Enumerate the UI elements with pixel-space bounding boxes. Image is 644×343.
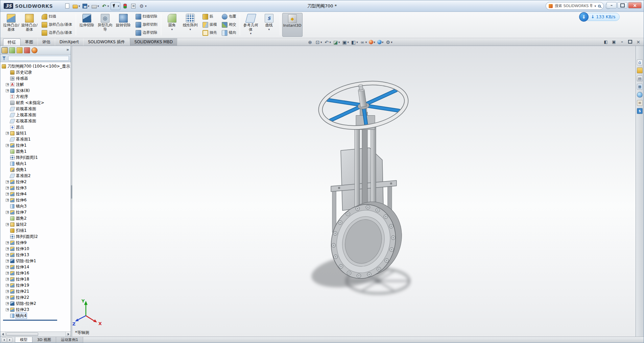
help-search-box[interactable]: 搜索 SOLIDWORKS 帮助 [546,2,604,10]
tree-item[interactable]: 扫描1 [2,227,71,234]
ribbon-button[interactable]: 筋 [201,13,218,21]
previous-view-button[interactable] [324,39,332,46]
custom-properties-icon[interactable] [637,100,643,106]
tree-item[interactable]: 旋转2 [2,221,71,227]
save-button[interactable] [82,2,90,10]
document-minimize-button[interactable] [619,39,625,45]
options-button[interactable] [138,2,147,10]
maximize-button[interactable] [617,2,627,8]
scroll-left-button[interactable] [0,332,5,337]
ribbon-button[interactable]: 参考几何体 [242,13,260,37]
propertymanager-tab[interactable] [9,47,15,53]
expand-toggle-icon[interactable] [6,253,9,256]
expand-toggle-icon[interactable] [6,223,9,226]
displaymanager-tab[interactable] [31,47,38,53]
tree-item[interactable]: 拉伸18 [2,276,71,282]
filter-funnel-icon[interactable] [2,56,6,60]
hide-show-items-button[interactable] [359,39,368,46]
expand-toggle-icon[interactable] [6,302,9,305]
tree-item[interactable]: 圆角2 [2,215,71,221]
rollback-bar[interactable] [3,320,57,321]
scrollbar-track[interactable] [5,332,66,337]
new-button[interactable] [64,2,71,10]
ribbon-button[interactable]: 圆角 [163,13,181,37]
expand-toggle-icon[interactable] [6,199,9,202]
tree-item[interactable]: 阵列(圆周)2 [2,234,71,240]
tree-item[interactable]: 镜向4 [2,313,71,319]
tree-item[interactable]: 拉伸1 [2,142,71,148]
ribbon-button[interactable]: 放样凸台/基体 [40,21,74,29]
minimize-button[interactable] [606,2,617,8]
ribbon-button[interactable]: 相交 [220,21,238,29]
tree-item[interactable]: 拉伸13 [2,252,71,258]
expand-toggle-icon[interactable] [6,272,9,275]
tree-item[interactable]: 阵列(圆周)1 [2,154,71,161]
ribbon-button[interactable]: 镜向 [220,29,238,37]
expand-toggle-icon[interactable] [6,193,9,196]
filter-input[interactable] [8,56,69,61]
ribbon-button[interactable]: 包覆 [220,13,238,21]
expand-toggle-icon[interactable] [6,211,9,214]
document-tab[interactable]: 运动算例1 [56,337,83,343]
edit-appearance-button[interactable] [368,39,376,46]
solidworks-resources-icon[interactable] [637,59,643,65]
valve-model[interactable] [317,78,410,286]
solidworks-forum-icon[interactable] [637,108,643,114]
cloud-download-icon[interactable] [579,12,589,22]
commandmanager-tab[interactable]: 评估 [38,38,55,46]
display-style-button[interactable] [350,39,359,46]
instant3d-toggle-button[interactable]: Instant3D [282,13,303,37]
ribbon-button[interactable]: 拔模 [201,21,218,29]
commandmanager-tab[interactable]: 特征 [3,39,21,46]
tree-item[interactable]: 注解 [2,81,71,88]
tree-item[interactable]: 材质 <未指定> [2,100,71,106]
tree-item[interactable]: 拉伸21 [2,288,71,294]
tree-root-item[interactable]: 刀型闸阀700 (100<<100>_显示 [2,63,71,69]
zoom-fit-button[interactable] [306,39,314,46]
ribbon-button[interactable]: 放样切割 [134,21,159,29]
ribbon-button[interactable]: 旋转切除 [115,13,132,37]
tree-item[interactable]: 右视基准面 [2,118,71,124]
tree-item[interactable]: 实体(8) [2,88,71,94]
tree-item[interactable]: 历史记录 [2,69,71,75]
section-view-button[interactable] [332,39,341,46]
tree-item[interactable]: 倒角1 [2,167,71,173]
select-button[interactable] [111,2,120,10]
search-input[interactable]: 搜索 SOLIDWORKS 帮助 [555,3,592,8]
ribbon-button[interactable]: 拉伸切除 [78,13,96,37]
appearances-scenes-icon[interactable] [637,92,643,98]
apply-scene-button[interactable] [377,39,384,46]
tree-item[interactable]: 拉伸9 [2,240,71,246]
ribbon-button[interactable]: 扫描切除 [134,13,159,21]
document-close-button[interactable] [635,39,642,45]
tree-item[interactable]: 圆角1 [2,148,71,154]
tab-scroll-right-button[interactable] [7,338,13,342]
view-settings-button[interactable] [385,39,393,46]
ribbon-button[interactable]: 线性阵列 [182,13,199,37]
configurationmanager-tab[interactable] [17,47,23,53]
ribbon-button[interactable]: 边界凸台/基体 [40,29,74,37]
document-tab[interactable]: 模型 [15,337,32,343]
split-pane-icon[interactable] [602,39,609,45]
tree-item[interactable]: 镜向3 [2,203,71,209]
view-palette-icon[interactable] [637,84,643,90]
ribbon-button[interactable]: 边界切除 [134,29,159,37]
tree-item[interactable]: 旋转1 [2,130,71,136]
expand-toggle-icon[interactable] [6,278,9,281]
single-pane-icon[interactable] [611,39,617,45]
tree-item[interactable]: 拉伸4 [2,191,71,197]
ribbon-button[interactable]: 异型孔向导 [96,13,114,37]
expand-toggle-icon[interactable] [6,290,9,293]
expand-toggle-icon[interactable] [6,89,9,92]
tree-item[interactable]: 拉伸3 [2,185,71,191]
file-explorer-icon[interactable] [637,76,643,81]
search-scope-icon[interactable] [549,4,553,8]
graphics-area[interactable]: Y X Z *等轴测 [72,46,636,337]
tree-item[interactable]: 拉伸19 [2,282,71,288]
file-properties-button[interactable] [130,2,137,10]
panel-overflow-chevron[interactable]: » [66,47,69,52]
ribbon-button[interactable]: 旋转凸台/基体 [21,13,38,37]
tree-item[interactable]: 拉伸16 [2,270,71,276]
tree-item[interactable]: 拉伸7 [2,209,71,215]
tree-item[interactable]: 基准面1 [2,136,71,142]
